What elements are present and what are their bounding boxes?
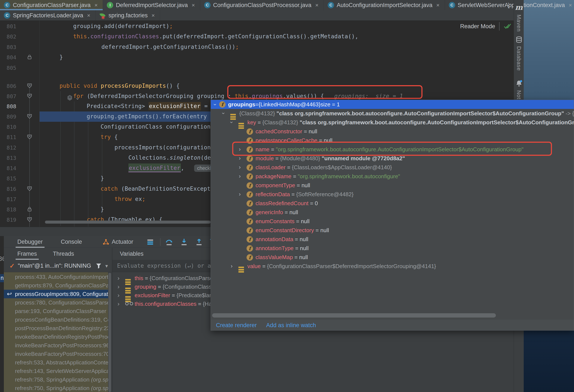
- frame-row[interactable]: invokeBeanDefinitionRegistryPostProcesso…: [4, 332, 108, 341]
- frames-scrollbar[interactable]: [108, 273, 111, 392]
- popup-tree-row[interactable]: fclassRedefinedCount = 0: [211, 199, 574, 208]
- popup-link-Create renderer[interactable]: Create renderer: [216, 322, 257, 329]
- close-icon[interactable]: ×: [569, 2, 572, 9]
- step-over-icon[interactable]: [165, 238, 173, 246]
- frame-row[interactable]: parse:193, ConfigurationClassParser: [4, 307, 108, 315]
- code-line-803[interactable]: 803deferredImport.getConfigurationClass(…: [0, 42, 514, 52]
- reader-mode-widget[interactable]: Reader Mode: [460, 21, 512, 31]
- inspections-ok-icon[interactable]: [503, 23, 512, 30]
- chevron-right-icon[interactable]: ›: [118, 292, 120, 299]
- chevron-down-icon[interactable]: ▾: [105, 263, 108, 269]
- editor-tab-ConfigurationClassParser.java[interactable]: CConfigurationClassParser.java×: [0, 0, 103, 10]
- code-vision-inlay[interactable]: ⌄: [66, 95, 81, 101]
- step-into-icon[interactable]: [180, 238, 188, 246]
- field-icon: f: [246, 209, 253, 216]
- popup-tree-row[interactable]: ›fclassLoader = {ClassLoaders$AppClassLo…: [211, 163, 574, 172]
- close-icon[interactable]: ×: [87, 12, 90, 19]
- frame-row[interactable]: process:433, AutoConfigurationImportSele…: [4, 273, 108, 281]
- filter-funnel-icon[interactable]: [95, 263, 102, 269]
- frame-row[interactable]: processConfigBeanDefinitions:319, Config…: [4, 315, 108, 324]
- popup-tree-row[interactable]: fannotationType = null: [211, 244, 574, 253]
- chevron-down-icon[interactable]: ›: [212, 103, 219, 105]
- code-line-805[interactable]: 805: [0, 63, 514, 73]
- editor-tab-ConfigurationClassPostProcessor.java[interactable]: CConfigurationClassPostProcessor.java×: [200, 0, 324, 10]
- tab-overflow-icon[interactable]: ⋮: [504, 1, 513, 9]
- close-icon[interactable]: ×: [192, 2, 195, 9]
- debugger-value-popup[interactable]: › f groupings = {LinkedHashMap@4463} siz…: [211, 100, 574, 330]
- popup-tree-row[interactable]: ›fpackageName = "org.springframework.boo…: [211, 172, 574, 181]
- chevron-down-icon[interactable]: ›: [220, 112, 227, 114]
- frame-row[interactable]: ↩processGroupImports:809, ConfigurationC…: [4, 290, 108, 298]
- editor-tab-SpringFactoriesLoader.java[interactable]: CSpringFactoriesLoader.java×: [0, 10, 96, 21]
- popup-tree-row[interactable]: fclassValueMap = null: [211, 253, 574, 262]
- editor-horizontal-scrollbar[interactable]: [45, 221, 211, 224]
- code-line-801[interactable]: 801grouping.add(deferredImport);: [0, 21, 514, 31]
- close-icon[interactable]: ×: [94, 2, 98, 9]
- close-icon[interactable]: ×: [151, 12, 155, 19]
- close-icon[interactable]: ×: [315, 2, 318, 9]
- frames-list[interactable]: process:433, AutoConfigurationImportSele…: [4, 272, 108, 392]
- chevron-right-icon[interactable]: ›: [239, 173, 241, 180]
- popup-tree-row[interactable]: fcachedConstructor = null: [211, 127, 574, 136]
- popup-horizontal-scrollbar[interactable]: [212, 313, 496, 318]
- close-icon[interactable]: ×: [436, 2, 439, 9]
- chevron-right-icon[interactable]: ›: [118, 300, 120, 307]
- reader-mode-label[interactable]: Reader Mode: [460, 23, 495, 30]
- field-icon: f: [246, 227, 253, 234]
- popup-tree-row[interactable]: fenumConstants = null: [211, 217, 574, 226]
- tool-stripe-Maven[interactable]: mMaven: [514, 3, 524, 32]
- panel-tab-Actuator[interactable]: Actuator: [102, 236, 133, 248]
- frame-row[interactable]: refresh:750, SpringApplication (org.spri…: [4, 384, 108, 392]
- popup-tree-row[interactable]: ›value = {ConfigurationClassParser$Defer…: [211, 262, 574, 271]
- layout-options-icon[interactable]: [146, 238, 155, 246]
- editor-tab-DeferredImportSelector.java[interactable]: IDeferredImportSelector.java×: [103, 0, 200, 10]
- fold-marker-icon[interactable]: [27, 114, 32, 119]
- code-line-802[interactable]: 802this.configurationClasses.put(deferre…: [0, 31, 514, 42]
- popup-tree-row[interactable]: fgenericInfo = null: [211, 208, 574, 217]
- fold-marker-icon[interactable]: [27, 134, 32, 140]
- frame-row[interactable]: postProcessBeanDefinitionRegistry:236, C…: [4, 324, 108, 332]
- fold-marker-icon[interactable]: [27, 186, 32, 191]
- line-number: 805: [2, 65, 16, 71]
- chevron-down-icon[interactable]: ›: [228, 121, 235, 123]
- field-icon: f: [219, 101, 226, 108]
- fold-lock-icon[interactable]: [27, 206, 32, 212]
- editor-tab-AutoConfigurationImportSelector.java[interactable]: CAutoConfigurationImportSelector.java×: [324, 0, 445, 10]
- frame-row[interactable]: invokeBeanFactoryPostProcessors:707, Abs…: [4, 350, 108, 358]
- popup-link-Add as inline watch[interactable]: Add as inline watch: [266, 322, 316, 329]
- frame-row[interactable]: invokeBeanFactoryPostProcessors:96, Post…: [4, 341, 108, 350]
- panel-tab-Debugger[interactable]: Debugger: [17, 236, 43, 248]
- subtab-Frames[interactable]: Frames: [17, 248, 37, 260]
- panel-tab-Console[interactable]: Console: [61, 236, 82, 248]
- chevron-right-icon[interactable]: ›: [118, 283, 120, 290]
- popup-footer: Create rendererAdd as inline watch: [211, 320, 574, 330]
- chevron-right-icon[interactable]: ›: [239, 191, 241, 198]
- chevron-right-icon[interactable]: ›: [118, 275, 120, 282]
- chevron-right-icon[interactable]: ›: [239, 164, 241, 170]
- frame-row[interactable]: getImports:879, ConfigurationClassParser: [4, 281, 108, 290]
- frame-row[interactable]: process:780, ConfigurationClassParser: [4, 298, 108, 307]
- editor-tab-spring.factories[interactable]: ✱spring.factories×: [96, 10, 160, 21]
- popup-tree-row[interactable]: fenumConstantDirectory = null: [211, 226, 574, 235]
- popup-tree-row[interactable]: fannotationData = null: [211, 235, 574, 244]
- popup-header-row[interactable]: › f groupings = {LinkedHashMap@4463} siz…: [211, 100, 574, 109]
- thread-selector[interactable]: ✓ "main"@1 in...in": RUNNING ▾: [4, 260, 112, 272]
- fold-lock-icon[interactable]: [27, 54, 32, 60]
- popup-tree-row[interactable]: ›key = {Class@4132} "class org.springfra…: [211, 118, 574, 127]
- frame-row[interactable]: refresh:758, SpringApplication (org.spri…: [4, 375, 108, 384]
- subtab-Threads[interactable]: Threads: [53, 248, 74, 260]
- fold-marker-icon[interactable]: [27, 217, 32, 222]
- fold-marker-icon[interactable]: [27, 83, 32, 89]
- popup-tree-row[interactable]: ›{Class@4132} "class org.springframework…: [211, 109, 574, 118]
- chevron-right-icon[interactable]: ›: [239, 155, 241, 162]
- code-line-804[interactable]: 804}: [0, 52, 514, 62]
- tool-stripe-Database[interactable]: Database: [514, 36, 524, 71]
- popup-tree-row[interactable]: fcomponentType = null: [211, 181, 574, 190]
- popup-tree-row[interactable]: ›freflectionData = {SoftReference@4482}: [211, 190, 574, 199]
- fold-marker-icon[interactable]: [27, 93, 32, 99]
- step-out-icon[interactable]: [195, 238, 203, 246]
- frame-row[interactable]: refresh:533, AbstractApplicationContext: [4, 358, 108, 367]
- field-icon: f: [246, 254, 253, 261]
- chevron-right-icon[interactable]: ›: [231, 263, 233, 269]
- frame-row[interactable]: refresh:143, ServletWebServerApplication…: [4, 367, 108, 375]
